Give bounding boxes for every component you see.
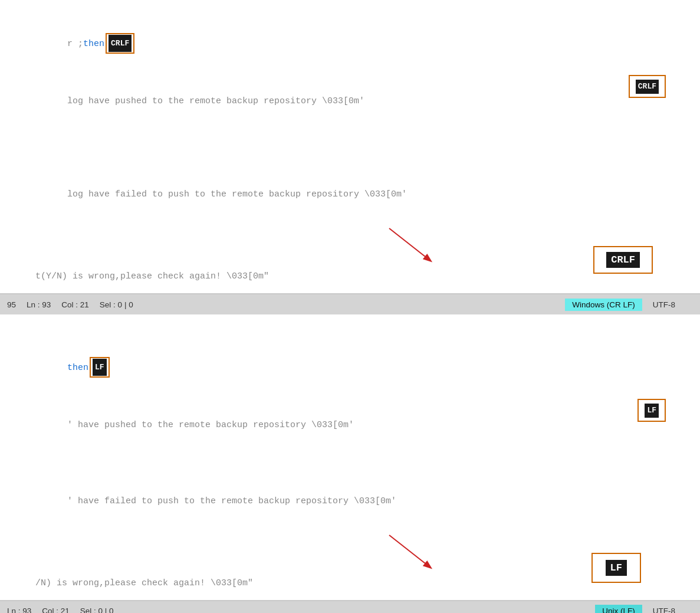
arrow-top xyxy=(318,217,484,287)
crlf-box-middle: CRLF xyxy=(593,246,653,274)
lf-badge-bottom: LF xyxy=(606,560,627,576)
statusbar-top-sel: Sel : 0 | 0 xyxy=(100,300,133,309)
statusbar-bottom: Ln : 93 Col : 21 Sel : 0 | 0 Unix (LF) U… xyxy=(0,601,700,614)
lf-box-bottom: LF xyxy=(591,553,641,583)
crlf-badge-top-right: CRLF xyxy=(636,80,659,94)
bottom-code-line3-text: ' have failed to push to the remote back… xyxy=(67,496,396,506)
bottom-code-line2-text: ' have pushed to the remote backup repos… xyxy=(67,420,354,430)
lf-badge-top-right: LF xyxy=(645,404,659,418)
statusbar-top: 95 Ln : 93 Col : 21 Sel : 0 | 0 Windows … xyxy=(0,294,700,314)
code-line-4: t(Y/N) is wrong,please check again! \033… xyxy=(35,271,269,281)
code-line-1: r ;thenCRLF xyxy=(35,14,665,73)
top-section: r ;thenCRLF log have pushed to the remot… xyxy=(0,0,700,314)
arrow-bottom xyxy=(318,523,484,594)
statusbar-bottom-encoding: UTF-8 xyxy=(653,607,675,613)
code-keyword-then: then xyxy=(83,38,104,48)
statusbar-bottom-col: Col : 21 xyxy=(42,607,70,613)
bottom-code-line4-text: /N) is wrong,please check again! \033[0m… xyxy=(35,578,253,588)
lf-inline-badge-1: LF xyxy=(90,357,110,378)
statusbar-bottom-ln: Ln : 93 xyxy=(7,607,31,613)
bottom-keyword-then: then xyxy=(67,362,88,372)
statusbar-bottom-eol[interactable]: Unix (LF) xyxy=(595,605,642,613)
bottom-section: thenLF ' have pushed to the remote backu… xyxy=(0,325,700,613)
crlf-inline-badge-1: CRLF xyxy=(106,33,134,54)
statusbar-bottom-sel: Sel : 0 | 0 xyxy=(80,607,114,613)
bottom-code-line-2: ' have pushed to the remote backup repos… xyxy=(35,398,665,454)
crlf-box-top-right: CRLF xyxy=(629,75,666,99)
code-line3-text: log have failed to push to the remote ba… xyxy=(67,189,407,199)
bottom-code-line-3: ' have failed to push to the remote back… xyxy=(35,473,665,529)
statusbar-top-eol[interactable]: Windows (CR LF) xyxy=(565,299,642,311)
svg-line-1 xyxy=(389,228,430,261)
code-line-2: log have pushed to the remote backup rep… xyxy=(35,74,665,148)
crlf-badge-middle: CRLF xyxy=(606,252,640,268)
lf-text-1: LF xyxy=(93,359,107,376)
statusbar-top-ln: Ln : 93 xyxy=(27,300,51,309)
crlf-text-1: CRLF xyxy=(109,35,132,52)
statusbar-top-number: 95 xyxy=(7,300,16,309)
statusbar-top-encoding: UTF-8 xyxy=(653,300,675,309)
code-line2-text: log have pushed to the remote backup rep… xyxy=(67,96,364,106)
bottom-code-line-4: /N) is wrong,please check again! \033[0m… xyxy=(35,578,253,588)
bottom-code-line-1: thenLF xyxy=(35,338,665,396)
code-line4-text: t(Y/N) is wrong,please check again! \033… xyxy=(35,271,269,281)
lf-box-top-right: LF xyxy=(637,399,666,422)
statusbar-top-col: Col : 21 xyxy=(61,300,89,309)
svg-line-3 xyxy=(389,535,430,568)
code-line-3: log have failed to push to the remote ba… xyxy=(35,167,665,223)
code-prefix-1: r ; xyxy=(67,38,83,48)
